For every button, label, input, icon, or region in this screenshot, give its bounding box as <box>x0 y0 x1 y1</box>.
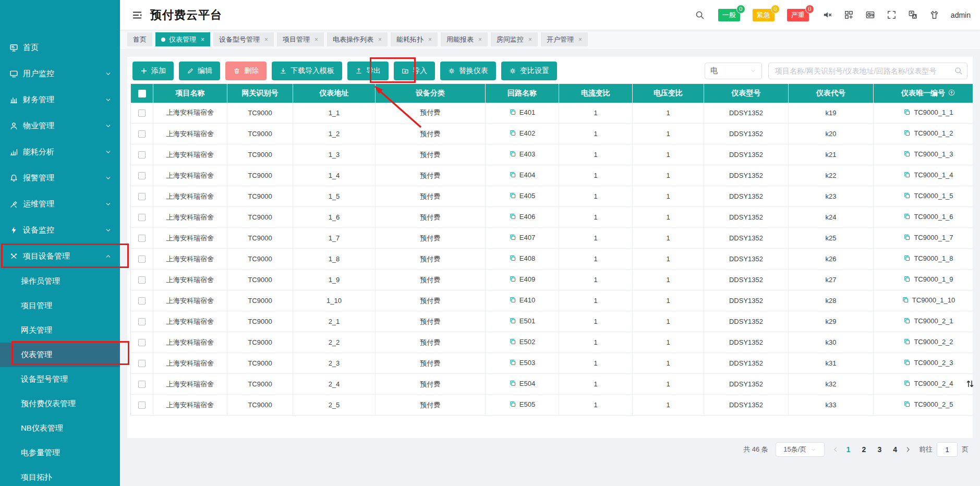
tab-meter-mgmt[interactable]: 仪表管理 × <box>155 32 210 46</box>
copy-icon[interactable] <box>903 338 911 345</box>
row-checkbox[interactable] <box>138 318 146 325</box>
sidebar-subitem-prepaid-meter-mgmt[interactable]: 预付费仪表管理 <box>0 392 120 416</box>
translate-icon[interactable] <box>908 10 918 20</box>
copy-icon[interactable] <box>509 150 516 157</box>
import-button[interactable]: 导入 <box>394 62 435 80</box>
page-number-2[interactable]: 2 <box>862 445 866 454</box>
tab-room-monitor[interactable]: 房间监控 × <box>491 32 538 46</box>
row-checkbox[interactable] <box>138 402 146 409</box>
row-checkbox[interactable] <box>138 360 146 367</box>
download-template-button[interactable]: 下载导入模板 <box>272 62 342 80</box>
row-checkbox[interactable] <box>138 235 146 242</box>
sidebar-subitem-gateway-mgmt[interactable]: 网关管理 <box>0 318 120 343</box>
copy-icon[interactable] <box>509 359 516 366</box>
tab-meter-op-list[interactable]: 电表操作列表 × <box>327 32 388 46</box>
copy-icon[interactable] <box>903 129 911 137</box>
grid-icon[interactable] <box>844 10 854 20</box>
add-button[interactable]: 添加 <box>132 62 174 80</box>
close-tab-icon[interactable]: × <box>201 37 204 43</box>
copy-icon[interactable] <box>903 213 911 220</box>
sidebar-subitem-meter-mgmt[interactable]: 仪表管理 <box>0 343 120 367</box>
sidebar-item-device-monitor[interactable]: 设备监控 <box>0 217 120 243</box>
copy-icon[interactable] <box>509 338 516 345</box>
row-checkbox[interactable] <box>138 339 146 346</box>
sidebar-item-project-device-mgmt[interactable]: 项目设备管理 <box>0 243 120 269</box>
row-checkbox[interactable] <box>138 110 146 117</box>
copy-icon[interactable] <box>903 400 911 408</box>
close-tab-icon[interactable]: × <box>528 37 532 43</box>
copy-icon[interactable] <box>509 275 516 283</box>
sidebar-item-property-mgmt[interactable]: 物业管理 <box>0 113 120 139</box>
delete-button[interactable]: 删除 <box>225 62 267 80</box>
close-tab-icon[interactable]: × <box>378 37 382 43</box>
replace-meter-button[interactable]: 替换仪表 <box>440 62 496 80</box>
copy-icon[interactable] <box>509 129 516 137</box>
page-number-4[interactable]: 4 <box>893 445 897 454</box>
collapse-menu-icon[interactable] <box>131 9 143 21</box>
close-tab-icon[interactable]: × <box>428 37 432 43</box>
row-checkbox[interactable] <box>138 193 146 200</box>
row-checkbox[interactable] <box>138 381 146 388</box>
copy-icon[interactable] <box>903 171 911 178</box>
copy-icon[interactable] <box>903 359 911 366</box>
row-checkbox[interactable] <box>138 214 146 221</box>
row-checkbox[interactable] <box>138 172 146 179</box>
sidebar-subitem-operator-mgmt[interactable]: 操作员管理 <box>0 269 120 294</box>
copy-icon[interactable] <box>902 296 909 303</box>
copy-icon[interactable] <box>903 275 911 283</box>
sidebar-item-alarm-mgmt[interactable]: 报警管理 <box>0 165 120 191</box>
search-icon[interactable] <box>695 10 705 20</box>
copy-icon[interactable] <box>509 380 516 387</box>
copy-icon[interactable] <box>903 317 911 324</box>
copy-icon[interactable] <box>509 234 516 241</box>
copy-icon[interactable] <box>509 400 516 408</box>
copy-icon[interactable] <box>509 296 516 303</box>
copy-icon[interactable] <box>509 108 516 116</box>
mute-icon[interactable] <box>822 10 832 20</box>
sidebar-item-user-monitor[interactable]: 用户监控 <box>0 60 120 87</box>
row-checkbox[interactable] <box>138 256 146 263</box>
row-checkbox[interactable] <box>138 276 146 284</box>
fullscreen-icon[interactable] <box>887 10 897 20</box>
row-checkbox[interactable] <box>138 151 146 159</box>
theme-shirt-icon[interactable] <box>929 10 939 20</box>
copy-icon[interactable] <box>903 254 911 262</box>
sidebar-subitem-project-topology[interactable]: 项目拓扑 <box>0 465 120 486</box>
close-tab-icon[interactable]: × <box>578 37 582 43</box>
copy-icon[interactable] <box>509 317 516 324</box>
sidebar-subitem-project-mgmt[interactable]: 项目管理 <box>0 294 120 318</box>
tab-energy-topology[interactable]: 能耗拓扑 × <box>391 32 438 46</box>
alarm-badge-general[interactable]: 一般 0 <box>718 9 740 21</box>
next-page-icon[interactable] <box>904 446 912 453</box>
copy-icon[interactable] <box>903 108 911 116</box>
row-checkbox[interactable] <box>138 130 146 138</box>
tab-device-model[interactable]: 设备型号管理 × <box>213 32 274 46</box>
sidebar-item-energy-analysis[interactable]: 能耗分析 <box>0 139 120 165</box>
row-checkbox[interactable] <box>138 297 146 305</box>
copy-icon[interactable] <box>509 192 516 199</box>
tab-account-open[interactable]: 开户管理 × <box>541 32 588 46</box>
search-icon[interactable] <box>954 66 963 75</box>
tab-energy-report[interactable]: 用能报表 × <box>441 32 488 46</box>
edit-button[interactable]: 编辑 <box>179 62 220 80</box>
page-number-3[interactable]: 3 <box>877 445 881 454</box>
copy-icon[interactable] <box>509 254 516 262</box>
sidebar-item-home[interactable]: 首页 <box>0 34 120 60</box>
copy-icon[interactable] <box>903 150 911 157</box>
alarm-badge-critical[interactable]: 严重 0 <box>787 9 809 21</box>
close-tab-icon[interactable]: × <box>314 37 318 43</box>
close-tab-icon[interactable]: × <box>264 37 268 43</box>
copy-icon[interactable] <box>903 192 911 199</box>
copy-icon[interactable] <box>903 234 911 241</box>
circle-up-icon[interactable] <box>948 89 955 96</box>
clock-icon[interactable] <box>865 10 875 20</box>
tab-home[interactable]: 首页 <box>127 32 152 46</box>
ratio-settings-button[interactable]: 变比设置 <box>501 62 557 80</box>
sidebar-item-finance-mgmt[interactable]: 财务管理 <box>0 87 120 113</box>
select-all-checkbox[interactable] <box>138 90 146 98</box>
copy-icon[interactable] <box>509 213 516 220</box>
close-tab-icon[interactable]: × <box>478 37 482 43</box>
export-button[interactable]: 导出 <box>347 62 389 80</box>
prev-page-icon[interactable] <box>832 446 839 453</box>
sidebar-subitem-nb-meter-mgmt[interactable]: NB仪表管理 <box>0 416 120 441</box>
